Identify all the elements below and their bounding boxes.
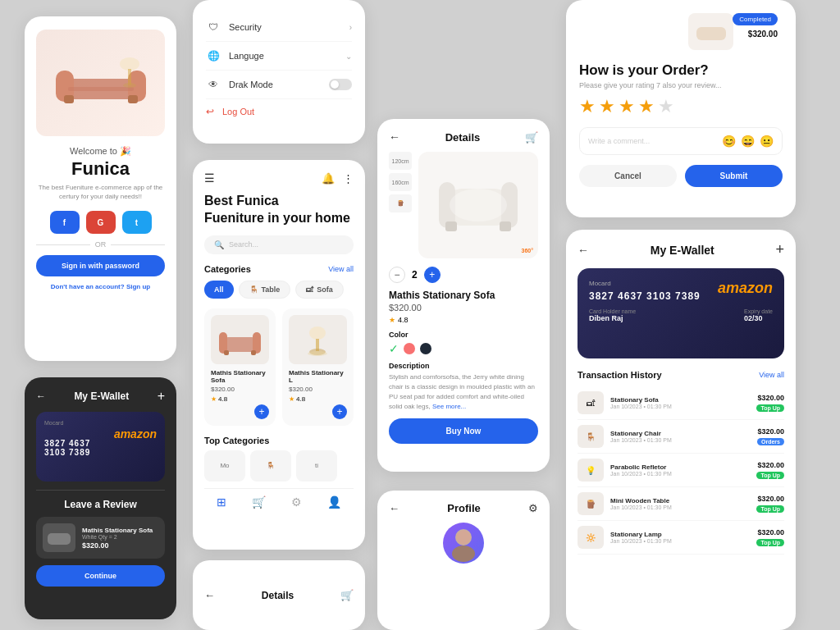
quantity-decrease[interactable]: −	[389, 267, 405, 283]
wallet-sm-add[interactable]: +	[158, 389, 165, 404]
color-black[interactable]	[420, 343, 431, 354]
add-to-cart-1[interactable]: +	[254, 404, 269, 419]
size-120cm[interactable]: 120cm	[389, 152, 412, 170]
tx-row-1[interactable]: 🪑 Stationary Chair Jan 10/2023 • 01:30 P…	[578, 420, 784, 454]
tx-right-1: $320.00 Orders	[757, 427, 784, 445]
comment-input[interactable]: Write a comment... 😊 😄 😐	[579, 127, 783, 155]
facebook-button[interactable]: f	[50, 211, 80, 234]
wallet-sm-card: ← My E-Wallet + Mocard amazon 3827 4637 …	[25, 377, 176, 619]
security-setting[interactable]: 🛡 Security ›	[206, 13, 352, 42]
nav-profile[interactable]: 👤	[327, 495, 341, 509]
search-icon: 🔍	[214, 240, 224, 249]
wallet-sm-back[interactable]: ←	[36, 390, 46, 402]
darkmode-setting[interactable]: 👁 Drak Mode	[206, 71, 352, 99]
description-label: Description	[389, 362, 538, 370]
tx-img-1: 🪑	[578, 425, 604, 448]
completed-badge: Completed	[733, 13, 778, 25]
tx-img-2: 💡	[578, 459, 604, 482]
expiry-label: Expiry date	[744, 308, 773, 314]
top-cat-2[interactable]: 🪑	[250, 450, 291, 482]
category-sofa[interactable]: 🛋Sofa	[295, 281, 344, 299]
star-4[interactable]: ★	[638, 96, 655, 117]
emoji-smile[interactable]: 😊	[722, 135, 736, 148]
product-card-1[interactable]: Mathis Stationary Sofa $320.00 ★ 4.8 +	[204, 308, 276, 426]
cancel-button[interactable]: Cancel	[579, 165, 677, 187]
darkmode-toggle[interactable]	[329, 79, 352, 90]
star-2[interactable]: ★	[599, 96, 615, 117]
buy-now-button[interactable]: Buy Now	[389, 418, 538, 444]
top-cat-3[interactable]: ti	[296, 450, 337, 482]
tx-row-2[interactable]: 💡 Parabolic Refletor Jan 10/2023 • 01:30…	[578, 454, 784, 487]
transaction-title: Transaction History	[578, 370, 662, 380]
continue-button[interactable]: Continue	[36, 565, 165, 587]
profile-back[interactable]: ←	[389, 502, 399, 514]
tx-row-0[interactable]: 🛋 Stationary Sofa Jan 10/2023 • 01:30 PM…	[578, 386, 784, 420]
add-to-cart-2[interactable]: +	[332, 404, 347, 419]
darkmode-label: Drak Mode	[229, 80, 329, 89]
size-options: 120cm 160cm 🪵	[389, 152, 412, 258]
details-sm-title: Details	[262, 590, 294, 601]
material-wood[interactable]: 🪵	[389, 194, 412, 212]
wallet-add-button[interactable]: +	[775, 241, 784, 258]
top-cat-1[interactable]: Mo	[204, 450, 245, 482]
star-1[interactable]: ★	[579, 96, 596, 117]
expiry-info: Expiry date 02/30	[744, 308, 773, 322]
review-product-desc: White Qty = 2	[82, 534, 153, 540]
color-red[interactable]	[404, 343, 415, 354]
signup-link[interactable]: Sign up	[126, 283, 150, 290]
bell-icon[interactable]: 🔔	[322, 172, 335, 185]
language-setting[interactable]: 🌐 Languge ⌄	[206, 42, 352, 71]
back-button[interactable]: ←	[389, 130, 400, 144]
bottom-nav: ⊞ 🛒 ⚙ 👤	[204, 488, 354, 509]
cart-icon[interactable]: 🛒	[525, 131, 538, 144]
nav-home[interactable]: ⊞	[217, 495, 226, 509]
wallet-back-button[interactable]: ←	[578, 244, 589, 257]
submit-button[interactable]: Submit	[685, 165, 783, 187]
category-all[interactable]: All	[204, 281, 234, 299]
products-grid: Mathis Stationary Sofa $320.00 ★ 4.8 + M…	[204, 308, 354, 426]
review-product-item: Mathis Stationary Sofa White Qty = 2 $32…	[36, 517, 165, 559]
tx-row-3[interactable]: 🪵 Mini Wooden Table Jan 10/2023 • 01:30 …	[578, 487, 784, 521]
search-placeholder: Search...	[229, 240, 258, 249]
twitter-button[interactable]: t	[122, 211, 152, 234]
google-button[interactable]: G	[86, 211, 116, 234]
star-5[interactable]: ★	[658, 96, 674, 117]
tx-right-3: $320.00 Top Up	[756, 495, 784, 513]
details-sm-cart[interactable]: 🛒	[340, 589, 354, 601]
emoji-happy[interactable]: 😄	[741, 135, 755, 148]
see-more-link[interactable]: See more...	[432, 403, 466, 410]
product-rating-2: ★ 4.8	[289, 395, 347, 403]
tx-row-4[interactable]: 🔆 Stationary Lamp Jan 10/2023 • 01:30 PM…	[578, 521, 784, 555]
review-product-name: Mathis Stationary Sofa	[82, 527, 153, 534]
menu-icon[interactable]: ☰	[204, 171, 215, 185]
svg-rect-13	[251, 350, 256, 355]
view-all-transactions[interactable]: View all	[759, 371, 784, 379]
transaction-section-header: Transaction History View all	[578, 370, 784, 380]
nav-orders[interactable]: 🛒	[252, 495, 266, 509]
quantity-increase[interactable]: +	[424, 267, 441, 283]
settings-card: 🛡 Security › 🌐 Languge ⌄ 👁 Drak Mode ↩ L…	[193, 0, 365, 144]
user-avatar	[443, 523, 484, 564]
nav-settings[interactable]: ⚙	[291, 495, 302, 509]
emoji-neutral[interactable]: 😐	[760, 135, 774, 148]
search-bar[interactable]: 🔍 Search...	[204, 235, 354, 254]
svg-rect-4	[128, 95, 138, 103]
star-3[interactable]: ★	[619, 96, 635, 117]
product-image-1	[211, 315, 269, 364]
signin-button[interactable]: Sign in with password	[36, 255, 165, 276]
description-section: Description Stylish and comforsofsa, the…	[389, 362, 538, 412]
check-icon: ✓	[389, 342, 399, 355]
logout-button[interactable]: ↩ Log Out	[206, 99, 352, 124]
category-table[interactable]: 🪑Table	[239, 281, 291, 299]
color-label: Color	[389, 331, 538, 339]
product-detail-rating: ★ 4.8	[389, 316, 538, 324]
more-icon[interactable]: ⋮	[343, 172, 354, 185]
details-sm-back[interactable]: ←	[204, 589, 215, 601]
svg-rect-25	[48, 533, 71, 545]
globe-icon: 🌐	[206, 48, 221, 63]
product-card-2[interactable]: Mathis Stationary L $320.00 ★ 4.8 +	[282, 308, 354, 426]
size-160cm[interactable]: 160cm	[389, 173, 412, 191]
profile-settings-icon[interactable]: ⚙	[528, 502, 538, 514]
view-all-categories[interactable]: View all	[328, 265, 354, 273]
expiry-value: 02/30	[744, 314, 773, 322]
